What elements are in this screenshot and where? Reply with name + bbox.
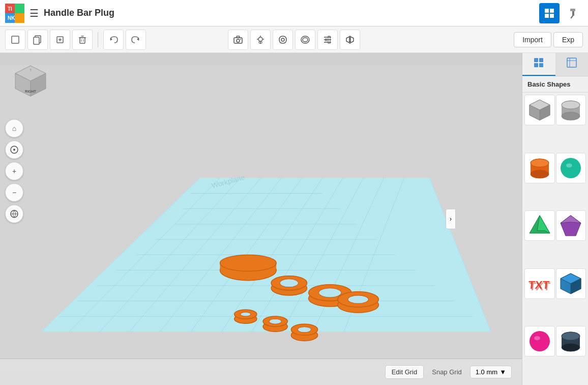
toolbar: Import Exp	[0, 26, 588, 53]
shape-gem[interactable]	[556, 210, 586, 241]
delete-button[interactable]	[72, 30, 93, 50]
svg-text:RIGHT: RIGHT	[25, 90, 37, 93]
svg-point-116	[562, 112, 580, 120]
svg-rect-19	[80, 38, 85, 43]
svg-rect-13	[12, 36, 19, 43]
svg-point-87	[280, 279, 298, 287]
import-button[interactable]: Import	[514, 32, 551, 47]
svg-marker-125	[537, 215, 550, 233]
light-button[interactable]	[250, 30, 271, 50]
undo-button[interactable]	[103, 30, 124, 50]
svg-point-138	[562, 332, 580, 340]
svg-marker-24	[110, 38, 112, 41]
svg-point-117	[562, 101, 580, 109]
svg-text:TI: TI	[8, 6, 12, 12]
svg-point-120	[531, 170, 549, 178]
svg-point-90	[319, 288, 341, 297]
menu-icon[interactable]: ☰	[30, 7, 39, 19]
copy-design-button[interactable]	[27, 30, 48, 50]
shape-sphere-pink[interactable]	[524, 326, 555, 356]
shape-sphere-teal[interactable]	[556, 153, 586, 183]
tab-featured[interactable]	[555, 53, 589, 76]
svg-point-99	[298, 327, 311, 333]
svg-point-134	[534, 336, 540, 340]
perspective-button[interactable]	[5, 205, 23, 223]
app-logo: TI NK	[5, 4, 24, 23]
svg-point-84	[220, 255, 277, 271]
shape-box[interactable]	[524, 95, 555, 125]
snap-value-text: 1.0 mm	[476, 368, 497, 376]
snap-value-selector[interactable]: 1.0 mm ▼	[470, 366, 512, 378]
redo-button[interactable]	[126, 30, 146, 50]
toolbar-right: Import Exp	[514, 32, 583, 47]
svg-point-93	[241, 312, 251, 316]
svg-rect-1	[15, 4, 24, 13]
svg-point-133	[530, 331, 550, 351]
panel-tabs	[522, 53, 588, 76]
right-panel: Basic Shapes	[522, 53, 588, 385]
toolbar-left	[5, 30, 146, 50]
shape-pyramid[interactable]	[524, 210, 555, 241]
header-actions	[539, 3, 583, 23]
svg-marker-25	[137, 38, 139, 41]
svg-rect-104	[539, 58, 543, 62]
build-view-button[interactable]	[563, 3, 583, 23]
snap-grid-label: Snap Grid	[432, 368, 462, 376]
svg-text:↑: ↑	[30, 68, 32, 72]
canvas-area[interactable]: RIGHT ↑ ⌂ + −	[0, 53, 522, 385]
svg-rect-107	[567, 58, 576, 67]
left-controls: ⌂ + −	[5, 119, 23, 223]
shape-cylinder-orange[interactable]	[524, 153, 555, 183]
shape-cylinder-dark[interactable]	[556, 326, 586, 356]
svg-point-36	[281, 38, 284, 41]
svg-rect-103	[534, 58, 538, 62]
group-button[interactable]	[273, 30, 293, 50]
fit-view-button[interactable]	[5, 141, 23, 159]
svg-marker-46	[350, 37, 354, 43]
ungroup-button[interactable]	[295, 30, 315, 50]
align-button[interactable]	[317, 30, 338, 50]
tab-shapes[interactable]	[522, 53, 555, 76]
svg-rect-106	[539, 63, 543, 67]
3d-scene[interactable]: Workplane	[0, 53, 522, 385]
svg-text:NK: NK	[8, 15, 15, 21]
new-button[interactable]	[5, 30, 25, 50]
edit-grid-button[interactable]: Edit Grid	[385, 365, 424, 379]
svg-point-53	[13, 149, 15, 151]
camera-button[interactable]	[228, 30, 248, 50]
svg-point-96	[269, 319, 281, 324]
svg-rect-105	[534, 63, 538, 67]
svg-rect-11	[570, 9, 575, 11]
collapse-panel-button[interactable]: ›	[446, 209, 456, 229]
header: TI NK ☰ Handle Bar Plug	[0, 0, 588, 26]
shape-box-blue[interactable]	[556, 268, 586, 299]
svg-point-30	[258, 37, 262, 41]
svg-rect-6	[545, 9, 549, 13]
status-bar: Edit Grid Snap Grid 1.0 mm ▼	[0, 359, 522, 385]
svg-rect-7	[550, 9, 554, 13]
svg-point-121	[531, 159, 549, 167]
shape-cylinder-gray[interactable]	[556, 95, 586, 125]
snap-arrow-icon: ▼	[499, 368, 506, 376]
export-button[interactable]: Exp	[553, 32, 583, 47]
toolbar-middle	[228, 30, 360, 50]
zoom-out-button[interactable]: −	[5, 183, 23, 202]
svg-rect-8	[545, 14, 549, 18]
svg-point-102	[348, 295, 368, 304]
svg-point-38	[303, 38, 308, 42]
duplicate-button[interactable]	[50, 30, 70, 50]
main-content: RIGHT ↑ ⌂ + −	[0, 53, 588, 385]
home-view-button[interactable]: ⌂	[5, 119, 23, 138]
svg-point-29	[240, 39, 241, 40]
svg-rect-3	[15, 13, 24, 23]
grid-view-button[interactable]	[539, 3, 560, 23]
svg-line-12	[571, 16, 573, 18]
basic-shapes-label: Basic Shapes	[522, 76, 588, 93]
mirror-button[interactable]	[340, 30, 360, 50]
svg-marker-45	[346, 37, 349, 43]
svg-marker-127	[561, 215, 581, 223]
shapes-grid: TXT TXT	[522, 93, 588, 385]
perspective-cube[interactable]: RIGHT ↑	[10, 63, 51, 104]
shape-text[interactable]: TXT TXT	[524, 268, 555, 299]
zoom-in-button[interactable]: +	[5, 162, 23, 180]
